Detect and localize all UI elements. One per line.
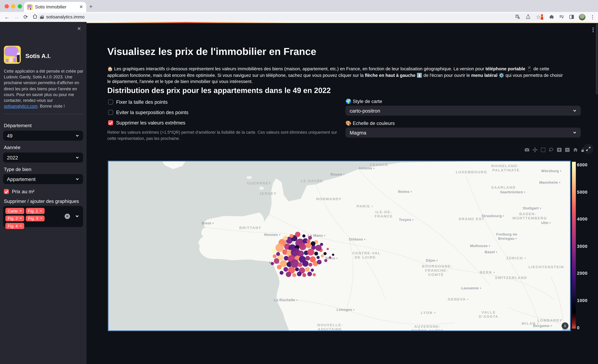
price-point[interactable]: [307, 239, 310, 243]
price-point[interactable]: [332, 254, 334, 256]
multiselect-tag[interactable]: Fig. 4×: [5, 223, 24, 229]
tab-close-icon[interactable]: ✕: [79, 5, 83, 9]
macos-close-button[interactable]: [5, 4, 9, 8]
side-panel-icon[interactable]: [569, 14, 574, 20]
price-point[interactable]: [302, 273, 306, 277]
multiselect-tag[interactable]: Fig. 2×: [5, 215, 24, 221]
tag-remove-icon[interactable]: ×: [20, 217, 22, 220]
price-point[interactable]: [283, 236, 288, 241]
playlist-icon[interactable]: [559, 14, 564, 20]
price-point[interactable]: [271, 248, 275, 253]
price-point[interactable]: [324, 259, 327, 262]
price-point[interactable]: [313, 273, 316, 276]
price-point[interactable]: [305, 267, 310, 272]
price-point[interactable]: [280, 271, 283, 275]
price-point[interactable]: [299, 243, 306, 250]
price-point[interactable]: [316, 256, 320, 259]
forward-icon[interactable]: →: [14, 14, 19, 20]
app-menu-icon[interactable]: ⋮: [590, 26, 596, 33]
zoom-in-icon[interactable]: [556, 147, 562, 153]
share-icon[interactable]: [526, 14, 531, 20]
tag-remove-icon[interactable]: ×: [40, 217, 42, 220]
pan-icon[interactable]: [532, 147, 538, 153]
lock-icon[interactable]: [40, 15, 43, 19]
map-style-select[interactable]: carto-positron: [345, 106, 581, 116]
price-point[interactable]: [286, 272, 291, 277]
clear-all-icon[interactable]: ✕: [65, 214, 70, 219]
price-point[interactable]: [321, 254, 324, 258]
price-point[interactable]: [302, 235, 305, 237]
sidebar-close-icon[interactable]: ✕: [77, 26, 81, 32]
price-point[interactable]: [307, 272, 312, 276]
multiselect-tag[interactable]: Fig. 1×: [26, 208, 44, 214]
checkbox-icon[interactable]: [108, 110, 113, 115]
price-point[interactable]: [311, 269, 314, 272]
box-select-icon[interactable]: [540, 147, 546, 153]
price-point[interactable]: [327, 248, 329, 250]
annee-select[interactable]: 2022: [3, 153, 83, 162]
price-point[interactable]: [275, 244, 284, 252]
tag-remove-icon[interactable]: ×: [19, 209, 22, 213]
price-point[interactable]: [308, 236, 312, 240]
price-point[interactable]: [276, 252, 280, 256]
price-point[interactable]: [295, 232, 300, 237]
price-point[interactable]: [273, 254, 277, 258]
price-point[interactable]: [317, 260, 322, 264]
price-point[interactable]: [316, 245, 322, 251]
price-point[interactable]: [308, 263, 312, 267]
home-icon[interactable]: [32, 14, 38, 20]
tag-remove-icon[interactable]: ×: [20, 224, 22, 228]
address-bar[interactable]: sotisanalytics.immo ☆: [37, 13, 545, 21]
price-point[interactable]: [274, 258, 279, 264]
map-info-icon[interactable]: i: [562, 322, 568, 329]
price-point[interactable]: [271, 262, 274, 265]
macos-minimize-button[interactable]: [11, 4, 15, 8]
price-point[interactable]: [283, 267, 288, 272]
price-point[interactable]: [329, 256, 331, 259]
prix-m2-checkbox[interactable]: Prix au m²: [4, 189, 34, 194]
price-point[interactable]: [311, 241, 316, 246]
color-scale-select[interactable]: Magma: [345, 128, 581, 138]
extensions-puzzle-icon[interactable]: [549, 14, 554, 20]
lasso-select-icon[interactable]: [548, 147, 554, 153]
sotisanalytics-link[interactable]: sotisanalytics.com: [4, 104, 38, 108]
price-point[interactable]: [314, 252, 318, 256]
chrome-menu-icon[interactable]: ⋮: [590, 14, 595, 20]
fullscreen-expand-icon[interactable]: [583, 144, 594, 154]
avoid-overlap-checkbox[interactable]: Eviter la superposition des points: [108, 110, 188, 115]
price-point[interactable]: [295, 267, 299, 271]
checkbox-checked-icon[interactable]: [4, 189, 9, 194]
reload-icon[interactable]: ⟳: [24, 14, 28, 20]
macos-fullscreen-button[interactable]: [18, 4, 22, 8]
reset-home-icon[interactable]: [573, 147, 578, 153]
graph-multiselect[interactable]: Carte×Fig. 1×Fig. 2×Fig. 3×Fig. 4× ✕: [3, 206, 83, 227]
chevron-down-icon[interactable]: [75, 214, 79, 218]
checkbox-icon[interactable]: [108, 99, 113, 105]
camera-download-icon[interactable]: [524, 147, 530, 153]
price-point[interactable]: [324, 252, 327, 255]
extension-lighthouse-icon[interactable]: [540, 14, 544, 20]
url-text[interactable]: sotisanalytics.immo: [46, 15, 515, 19]
new-tab-button[interactable]: +: [89, 3, 92, 9]
price-point[interactable]: [307, 249, 314, 256]
price-point[interactable]: [302, 260, 308, 267]
price-map[interactable]: FRANCEAmiens •RHINELAND-PALATINATELUXEMB…: [108, 161, 571, 331]
price-point[interactable]: [297, 272, 302, 276]
type-bien-select[interactable]: Appartement: [3, 174, 83, 184]
fix-size-checkbox[interactable]: Fixer la taille des points: [108, 99, 167, 105]
price-point[interactable]: [298, 262, 302, 267]
tag-remove-icon[interactable]: ×: [40, 209, 42, 213]
back-icon[interactable]: ←: [4, 14, 10, 20]
scrollbar-thumb[interactable]: [596, 24, 598, 95]
browser-tab[interactable]: Sotis Immobilier ✕: [24, 2, 86, 12]
price-point[interactable]: [292, 273, 296, 277]
price-point[interactable]: [306, 243, 311, 248]
price-point[interactable]: [305, 256, 310, 260]
multiselect-tag[interactable]: Fig. 3×: [26, 215, 45, 221]
price-point[interactable]: [277, 265, 282, 269]
multiselect-tag[interactable]: Carte×: [5, 208, 24, 214]
zoom-out-icon[interactable]: [565, 147, 570, 153]
remove-outliers-checkbox[interactable]: Supprimer les valeurs extrêmes: [108, 120, 185, 126]
translate-icon[interactable]: [515, 14, 521, 20]
price-point[interactable]: [290, 234, 293, 238]
